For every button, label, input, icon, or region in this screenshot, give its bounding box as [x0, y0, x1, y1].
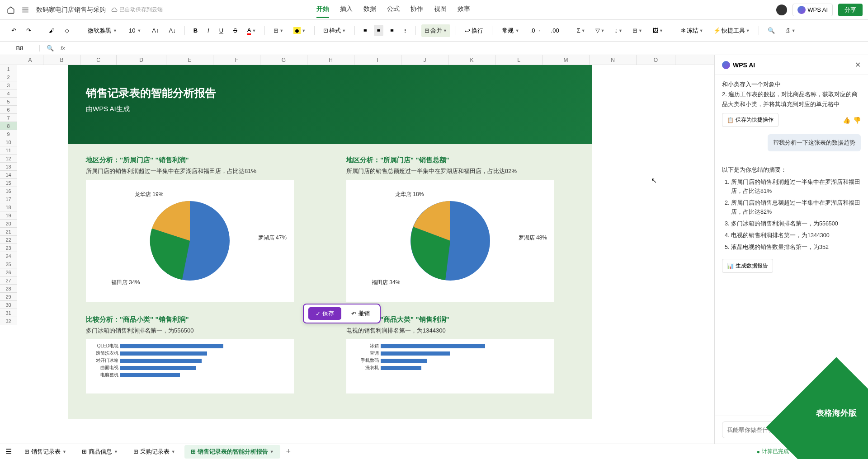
redo-button[interactable]: ↷ [23, 25, 34, 36]
cell-style-button[interactable]: ⊡样式▼ [320, 24, 349, 37]
report-banner: 销售记录表的智能分析报告 由WPS AI生成 [68, 65, 592, 144]
decimal-inc-icon[interactable]: .0→ [527, 25, 544, 36]
sheet-tab-1[interactable]: ⊞ 销售记录表 ▼ [18, 445, 73, 459]
sheet-area[interactable]: ABCDEFGHIJKLMNO 123456789101112131415161… [0, 55, 714, 444]
tab-view[interactable]: 视图 [434, 1, 447, 18]
font-decrease-icon[interactable]: A↓ [165, 25, 179, 36]
border-button[interactable]: ⊞▼ [270, 25, 287, 36]
ai-user-message: 帮我分析一下这张表的数据趋势 [768, 134, 861, 151]
bar-chart-bigcat: 冰箱空调手机数码洗衣机 [346, 339, 554, 393]
tab-efficiency[interactable]: 效率 [458, 1, 470, 18]
thumbs-up-icon[interactable]: 👍 [843, 117, 850, 124]
calc-status: ● 计算已完成 [757, 448, 789, 455]
undo-button[interactable]: ↶ [8, 25, 19, 36]
sheet-tab-2[interactable]: ⊞ 商品信息 ▼ [75, 445, 124, 459]
italic-button[interactable]: I [204, 25, 212, 36]
ai-context-text: 和小类存入一个对象中 2. 遍历工作表的数据，对比商品名称，获取对应的商品大类和… [722, 80, 861, 109]
font-color-button[interactable]: A▼ [244, 24, 259, 37]
font-increase-icon[interactable]: A↑ [149, 25, 162, 36]
sort-icon[interactable]: ↕▼ [612, 25, 626, 36]
save-quick-button[interactable]: 📋 保存为快捷操作 [722, 113, 778, 127]
autosum-icon[interactable]: Σ▼ [574, 25, 589, 36]
clear-format-icon[interactable]: ◇ [61, 25, 72, 36]
conditional-icon[interactable]: ⊞▼ [629, 25, 646, 36]
floating-actions: ✓ 保存 ↶ 撤销 [303, 304, 381, 323]
valign-icon[interactable]: ⫶ [401, 25, 410, 36]
toolbar: ↶ ↷ 🖌 ◇ 微软雅黑▼ 10▼ A↑ A↓ B I U S A▼ ⊞▼ ◆▼… [0, 20, 868, 42]
tab-insert[interactable]: 插入 [340, 1, 353, 18]
tab-data[interactable]: 数据 [363, 1, 376, 18]
ai-panel-title: WPS AI [722, 61, 755, 69]
report-body: 地区分析："所属门店" "销售利润" 所属门店的销售利润超过一半集中在罗湖店和福… [68, 144, 592, 419]
pie-chart-sales: 罗湖店 48% 福田店 34% 龙华店 18% [346, 180, 554, 302]
search-icon[interactable]: 🔍 [764, 25, 778, 36]
tab-formula[interactable]: 公式 [387, 1, 400, 18]
tab-start[interactable]: 开始 [316, 1, 329, 18]
comp2-desc: 电视的销售利润排名第一，为1344300 [346, 327, 574, 335]
report-title: 销售记录表的智能分析报告 [86, 86, 574, 100]
layers-icon[interactable]: ☰ [5, 447, 12, 456]
image-icon[interactable]: 🖼▼ [649, 25, 666, 36]
merge-button[interactable]: ⊟合并▼ [421, 24, 450, 37]
align-center-icon[interactable]: ≡ [374, 25, 384, 36]
autosave-status: 已自动保存到云端 [111, 6, 163, 14]
close-icon[interactable]: ✕ [855, 61, 861, 69]
filter-icon[interactable]: ▽▼ [592, 25, 608, 36]
area2-title: 地区分析："所属门店" "销售总额" [346, 156, 574, 164]
bar-chart-subcat: QLED电视滚筒洗衣机对开门冰箱曲面电视电脑整机 [86, 339, 294, 393]
underline-button[interactable]: U [216, 25, 226, 36]
user-avatar[interactable] [776, 5, 787, 15]
comp1-title: 比较分析："商品小类" "销售利润" [86, 315, 314, 324]
print-icon[interactable]: 🖨▼ [782, 25, 799, 36]
gen-report-button[interactable]: 📊 生成数据报告 [722, 259, 773, 273]
ai-logo-icon [722, 61, 730, 69]
thumbs-down-icon[interactable]: 👎 [853, 117, 861, 124]
float-undo-button[interactable]: ↶ 撤销 [346, 307, 375, 320]
tab-collab[interactable]: 协作 [410, 1, 423, 18]
cell-reference[interactable]: B8 [4, 45, 40, 52]
decimal-dec-icon[interactable]: .00 [548, 25, 562, 36]
fill-color-button[interactable]: ◆▼ [290, 25, 309, 36]
wrap-button[interactable]: ⮐换行 [462, 24, 486, 37]
add-sheet-button[interactable]: + [283, 446, 294, 457]
wps-ai-button[interactable]: WPS AI [793, 4, 833, 16]
bold-button[interactable]: B [190, 25, 201, 36]
format-painter-icon[interactable]: 🖌 [46, 25, 58, 36]
align-right-icon[interactable]: ≡ [387, 25, 397, 36]
share-button[interactable]: 分享 [838, 4, 863, 16]
pie-chart-profit: 罗湖店 47% 福田店 34% 龙华店 19% [86, 180, 294, 302]
comp1-desc: 多门冰箱的销售利润排名第一，为556500 [86, 327, 314, 335]
sheet-tab-4[interactable]: ⊞ 销售记录表的智能分析报告 ▼ [184, 445, 280, 459]
hamburger-icon[interactable] [20, 5, 31, 15]
font-size-select[interactable]: 10▼ [125, 25, 145, 36]
area1-desc: 所属门店的销售利润超过一半集中在罗湖店和福田店，占比达81% [86, 167, 314, 175]
float-save-button[interactable]: ✓ 保存 [308, 307, 341, 320]
formula-bar: B8 🔍 fx [0, 42, 868, 55]
zoom-out-icon[interactable]: 🔍 [43, 42, 57, 54]
quick-tools-button[interactable]: ⚡快捷工具▼ [710, 24, 753, 37]
ai-logo-icon [797, 6, 806, 14]
number-format-select[interactable]: 常规▼ [498, 24, 524, 37]
report-subtitle: 由WPS AI生成 [86, 105, 574, 113]
freeze-button[interactable]: ❄冻结▼ [678, 24, 707, 37]
area2-desc: 所属门店的销售总额超过一半集中在罗湖店和福田店，占比达82% [346, 167, 574, 175]
fx-label[interactable]: fx [61, 45, 65, 52]
sheet-tabs: ☰ ⊞ 销售记录表 ▼ ⊞ 商品信息 ▼ ⊞ 采购记录表 ▼ ⊞ 销售记录表的智… [0, 444, 868, 459]
sheet-tab-3[interactable]: ⊞ 采购记录表 ▼ [127, 445, 182, 459]
doc-title: 数码家电门店销售与采购 [36, 6, 106, 14]
area1-title: 地区分析："所属门店" "销售利润" [86, 156, 314, 164]
home-icon[interactable] [5, 5, 16, 15]
align-left-icon[interactable]: ≡ [360, 25, 370, 36]
font-select[interactable]: 微软雅黑▼ [84, 24, 121, 37]
menu-tabs: 开始 插入 数据 公式 协作 视图 效率 [316, 1, 470, 18]
strike-button[interactable]: S [230, 25, 241, 36]
ai-summary: 以下是为你总结的摘要： 所属门店的销售利润超过一半集中在罗湖店和福田店，占比达8… [722, 159, 861, 273]
